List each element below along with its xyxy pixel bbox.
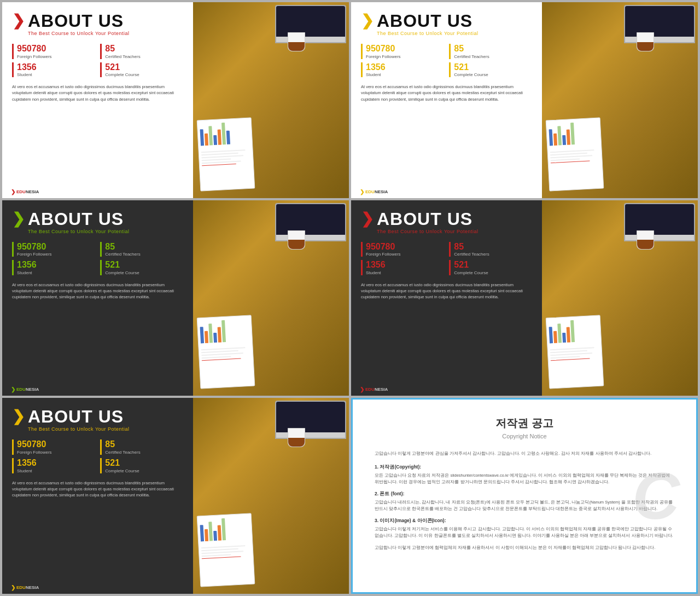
stat-number: 950780 <box>366 44 445 54</box>
title-row: ❯ ABOUT US The Best Course to Unlock You… <box>12 12 184 36</box>
document-paper <box>545 315 604 389</box>
desk-background <box>193 200 349 396</box>
slide-description: At vero eos et accusamus et iusto odio d… <box>12 480 184 499</box>
stat-2: 85 Certified Teachers <box>100 242 184 257</box>
stat-3: 1356 Student <box>12 62 96 78</box>
section-title-1: 1. 저작권(Copyright): <box>375 464 674 471</box>
stat-1: 950780 Foreign Followers <box>361 242 445 257</box>
title-row: ❯ ABOUT US The Best Course to Unlock You… <box>361 210 533 234</box>
stat-number: 950780 <box>17 242 96 252</box>
slide-2-content: ❯ ABOUT US The Best Course to Unlock You… <box>351 2 542 198</box>
chevron-icon: ❯ <box>12 13 25 28</box>
laptop-icon <box>275 203 346 241</box>
coffee-cup-icon <box>288 32 305 51</box>
stat-label: Complete Course <box>454 72 533 77</box>
c-watermark: C <box>632 458 680 534</box>
stat-number: 950780 <box>366 242 445 252</box>
slide-description: At vero eos et accusamus et iusto odio d… <box>361 84 533 102</box>
stat-4: 521 Complete Course <box>449 62 533 78</box>
stat-label: Foreign Followers <box>17 252 96 257</box>
stats-grid: 950780 Foreign Followers 85 Certified Te… <box>361 44 533 77</box>
copyright-subtitle: Copyright Notice <box>375 433 674 439</box>
paper-lines <box>199 541 253 563</box>
paper-lines <box>547 145 602 167</box>
document-paper <box>196 315 255 389</box>
title-block: ABOUT US The Best Course to Unlock Your … <box>28 210 130 234</box>
slide-footer: ❯ EDUNESIA <box>360 386 388 392</box>
desk-background <box>193 2 349 198</box>
stat-number: 521 <box>454 62 533 72</box>
title-block: ABOUT US The Best Course to Unlock Your … <box>28 12 130 36</box>
mini-chart <box>197 514 252 544</box>
paper-lines <box>199 145 253 170</box>
copyright-title: 저작권 공고 <box>375 416 674 431</box>
title-block: ABOUT US The Best Course to Unlock Your … <box>377 210 479 234</box>
slide-3-image <box>193 200 349 396</box>
document-paper <box>196 513 255 587</box>
laptop-icon <box>275 401 346 439</box>
stat-1: 950780 Foreign Followers <box>12 44 96 59</box>
stat-number: 950780 <box>17 439 96 449</box>
footer-chevron-icon: ❯ <box>360 189 364 195</box>
stat-1: 950780 Foreign Followers <box>12 439 96 455</box>
title-row: ❯ ABOUT US The Best Course to Unlock You… <box>12 210 184 234</box>
mini-chart <box>546 118 600 148</box>
slide-title: ABOUT US <box>377 210 479 228</box>
chevron-icon: ❯ <box>12 409 25 424</box>
footer-chevron-icon: ❯ <box>11 585 15 591</box>
copyright-section-1: 1. 저작권(Copyright): 모든 고맙습니다 요청 자료의 저작권은 … <box>375 464 674 485</box>
stat-4: 521 Complete Course <box>100 62 184 78</box>
desk-background <box>542 2 698 198</box>
slide-title: ABOUT US <box>377 12 479 30</box>
slide-4-image <box>542 200 698 396</box>
footer-text: EDUNESIA <box>16 387 39 392</box>
section-text-3: 고맙습니다 이렇게 저기저는 서비스를 이용해 주시고 감사합니다. 고맙합니다… <box>375 526 674 539</box>
coffee-cup-icon <box>288 428 305 447</box>
slide-2: ❯ ABOUT US The Best Course to Unlock You… <box>351 2 698 198</box>
footer-text: EDUNESIA <box>16 189 39 194</box>
slide-2-image <box>542 2 698 198</box>
mini-chart <box>197 118 252 148</box>
stat-label: Student <box>366 270 445 275</box>
stat-number: 85 <box>454 44 533 54</box>
document-paper <box>196 117 255 191</box>
footer-chevron-icon: ❯ <box>11 189 15 195</box>
slide-title: ABOUT US <box>28 408 130 425</box>
stat-number: 521 <box>105 458 184 468</box>
stat-label: Certified Teachers <box>454 252 533 257</box>
section-title-2: 2. 폰트 (font): <box>375 491 674 497</box>
slide-5-image <box>193 398 349 594</box>
slide-1: ❯ ABOUT US The Best Course to Unlock You… <box>2 2 349 198</box>
stat-label: Student <box>17 72 96 77</box>
stat-number: 1356 <box>17 62 96 72</box>
chevron-icon: ❯ <box>361 13 374 28</box>
chevron-icon: ❯ <box>361 211 374 227</box>
slide-title: ABOUT US <box>28 210 130 228</box>
mini-chart <box>546 316 600 346</box>
slide-3-content: ❯ ABOUT US The Best Course to Unlock You… <box>2 200 193 396</box>
coffee-cup-icon <box>637 230 654 250</box>
copyright-footer-note: 고맙합니다 이렇게 고령분야에 협력업체의 자재를 사용하셔서 이 사항이 이해… <box>375 545 674 551</box>
stat-4: 521 Complete Course <box>100 260 184 275</box>
stat-label: Complete Course <box>105 72 184 77</box>
section-text-1: 모든 고맙습니다 요청 자료의 저작권은 slideshunter/conten… <box>375 472 674 485</box>
stat-number: 1356 <box>17 458 96 468</box>
laptop-icon <box>624 203 695 241</box>
stat-4: 521 Complete Course <box>100 458 184 473</box>
coffee-cup-icon <box>637 32 654 51</box>
slide-description: At vero eos et accusamus et iusto odio d… <box>12 282 184 300</box>
title-row: ❯ ABOUT US The Best Course to Unlock You… <box>361 12 533 36</box>
stat-label: Complete Course <box>454 270 533 275</box>
slide-subtitle: The Best Course to Unlock Your Potential <box>28 229 130 234</box>
stat-number: 950780 <box>17 44 96 54</box>
footer-text: EDUNESIA <box>16 585 39 590</box>
stat-2: 85 Certified Teachers <box>449 242 533 257</box>
stat-1: 950780 Foreign Followers <box>361 44 445 59</box>
slide-footer: ❯ EDUNESIA <box>11 189 39 195</box>
stat-label: Foreign Followers <box>17 54 96 59</box>
slide-4-content: ❯ ABOUT US The Best Course to Unlock You… <box>351 200 542 396</box>
chevron-icon: ❯ <box>12 211 25 227</box>
stat-label: Complete Course <box>105 270 184 275</box>
stat-label: Certified Teachers <box>105 450 184 455</box>
stat-number: 1356 <box>366 260 445 270</box>
